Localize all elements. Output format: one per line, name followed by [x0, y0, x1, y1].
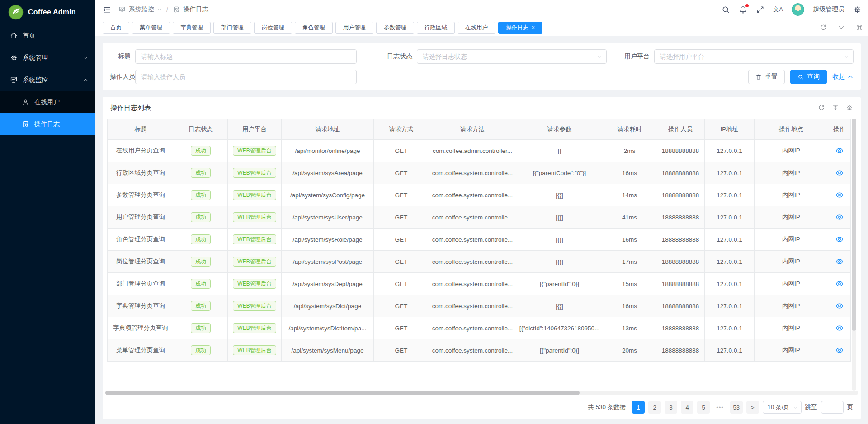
view-detail-button[interactable] [835, 235, 844, 243]
title-input[interactable] [135, 49, 357, 64]
tab-5[interactable]: 岗位管理 [254, 22, 292, 34]
tab-3[interactable]: 字典管理 [173, 22, 211, 34]
column-header-6[interactable]: 请求方法 [429, 119, 516, 140]
user-name[interactable]: 超级管理员 [813, 5, 844, 14]
sidebar-item-operation-log[interactable]: 操作日志 [0, 113, 95, 135]
sidebar: Coffee Admin 首页 系统管理 系统监控 在线用户 [0, 0, 95, 424]
cell-status: 成功 [174, 162, 228, 184]
page-button-5[interactable]: 5 [697, 401, 710, 414]
tab-2[interactable]: 菜单管理 [132, 22, 170, 34]
column-header-11[interactable]: 操作地点 [755, 119, 828, 140]
tab-menu-button[interactable] [832, 19, 850, 36]
notification-bell[interactable] [739, 5, 747, 14]
tab-6[interactable]: 角色管理 [295, 22, 333, 34]
cell-operator: 18888888888 [656, 273, 705, 295]
app-logo[interactable]: Coffee Admin [0, 0, 95, 24]
tab-10[interactable]: 在线用户 [458, 22, 495, 34]
translate-icon[interactable]: 文A [773, 5, 783, 14]
refresh-icon [820, 24, 827, 31]
table-body: 在线用户分页查询成功WEB管理后台/api/monitor/online/pag… [107, 140, 856, 362]
operator-input[interactable] [135, 70, 357, 84]
view-detail-button[interactable] [835, 302, 844, 310]
jump-prefix-label: 跳至 [805, 403, 817, 411]
search-button[interactable]: 查询 [790, 70, 827, 84]
row-height-icon[interactable] [832, 104, 839, 111]
column-header-12[interactable]: 操作 [828, 119, 851, 140]
tab-11[interactable]: 操作日志× [498, 22, 542, 34]
column-header-9[interactable]: 操作人员 [656, 119, 705, 140]
next-page-button[interactable]: > [746, 401, 759, 414]
cell-platform: WEB管理后台 [228, 140, 282, 162]
tab-1[interactable]: 首页 [103, 22, 129, 34]
view-detail-button[interactable] [835, 169, 844, 177]
status-badge: 成功 [191, 301, 211, 311]
pagination-pages: 12345•••53 [632, 401, 743, 414]
column-header-10[interactable]: IP地址 [705, 119, 755, 140]
avatar[interactable] [792, 3, 804, 16]
cell-location: 内网IP [755, 229, 828, 251]
vertical-scrollbar[interactable] [852, 119, 856, 391]
column-header-7[interactable]: 请求参数 [516, 119, 603, 140]
horizontal-scrollbar[interactable] [105, 391, 858, 395]
tab-label: 参数管理 [384, 22, 406, 33]
view-detail-button[interactable] [835, 324, 844, 332]
view-detail-button[interactable] [835, 280, 844, 288]
sidebar-item-label: 在线用户 [34, 98, 60, 106]
column-header-3[interactable]: 用户平台 [228, 119, 282, 140]
reset-button[interactable]: 重置 [748, 70, 785, 84]
column-header-5[interactable]: 请求方式 [374, 119, 429, 140]
page-size-select[interactable]: 10 条/页 [763, 401, 802, 414]
tab-9[interactable]: 行政区域 [417, 22, 455, 34]
table-row: 用户管理分页查询成功WEB管理后台/api/system/sysUser/pag… [107, 206, 851, 229]
cell-title: 部门管理分页查询 [107, 273, 174, 295]
fullscreen-icon[interactable] [756, 5, 764, 14]
tab-label: 行政区域 [425, 22, 447, 33]
vertical-scrollbar-thumb[interactable] [852, 119, 856, 331]
settings-gear-icon[interactable] [853, 5, 862, 14]
sidebar-collapse-button[interactable] [103, 5, 111, 14]
chevron-up-icon [83, 76, 88, 84]
jump-page-input[interactable] [821, 401, 844, 414]
search-icon[interactable] [722, 5, 730, 14]
view-detail-button[interactable] [835, 346, 844, 354]
refresh-icon[interactable] [818, 104, 825, 111]
cell-action [828, 206, 851, 229]
column-header-1[interactable]: 标题 [107, 119, 174, 140]
column-header-4[interactable]: 请求地址 [282, 119, 374, 140]
cell-location: 内网IP [755, 339, 828, 362]
refresh-tab-button[interactable] [814, 19, 832, 36]
cell-status: 成功 [174, 273, 228, 295]
user-platform-select[interactable] [654, 49, 854, 64]
search-label: 查询 [807, 73, 820, 81]
page-button-53[interactable]: 53 [730, 401, 743, 414]
column-header-8[interactable]: 请求耗时 [603, 119, 656, 140]
page-button-4[interactable]: 4 [681, 401, 693, 414]
view-detail-button[interactable] [835, 147, 844, 155]
collapse-filter-link[interactable]: 收起 [832, 73, 854, 81]
view-detail-button[interactable] [835, 257, 844, 266]
log-status-select[interactable] [417, 49, 607, 64]
view-detail-button[interactable] [835, 213, 844, 221]
cell-params: [{"parentCode":"0"}] [516, 162, 603, 184]
sidebar-item-system-management[interactable]: 系统管理 [0, 47, 95, 69]
tab-4[interactable]: 部门管理 [213, 22, 251, 34]
cell-operator: 18888888888 [656, 140, 705, 162]
column-header-2[interactable]: 日志状态 [174, 119, 228, 140]
sidebar-item-online-users[interactable]: 在线用户 [0, 91, 95, 113]
sidebar-item-home[interactable]: 首页 [0, 24, 95, 47]
sidebar-item-system-monitor[interactable]: 系统监控 [0, 69, 95, 91]
view-detail-button[interactable] [835, 191, 844, 199]
page-button-1[interactable]: 1 [632, 401, 645, 414]
tab-8[interactable]: 参数管理 [376, 22, 414, 34]
table-row: 部门管理分页查询成功WEB管理后台/api/system/sysDept/pag… [107, 273, 851, 295]
cell-operator: 18888888888 [656, 229, 705, 251]
chevron-up-icon [847, 74, 854, 80]
page-button-3[interactable]: 3 [665, 401, 677, 414]
tab-7[interactable]: 用户管理 [335, 22, 373, 34]
page-button-2[interactable]: 2 [648, 401, 661, 414]
breadcrumb-parent[interactable]: 系统监控 [129, 5, 154, 14]
horizontal-scrollbar-thumb[interactable] [105, 391, 580, 395]
column-settings-gear-icon[interactable] [846, 104, 853, 111]
content-fullscreen-button[interactable] [850, 19, 868, 36]
close-icon[interactable]: × [532, 25, 535, 30]
